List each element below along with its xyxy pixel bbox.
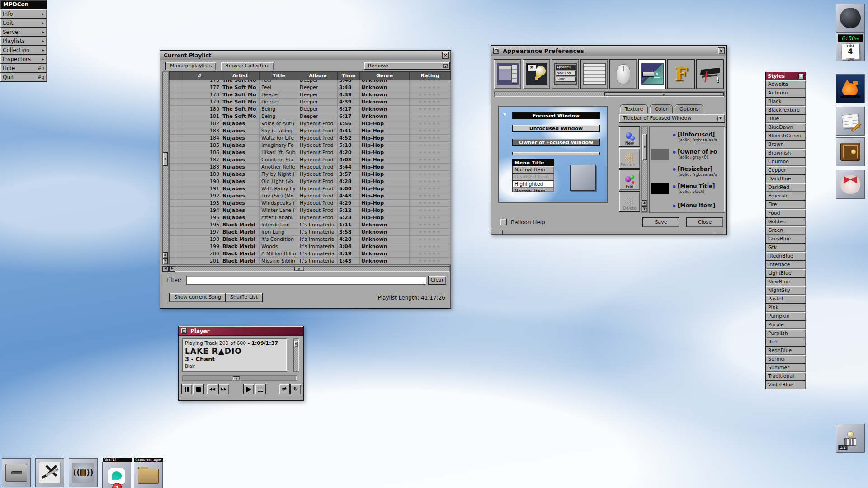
scroll-up-icon[interactable]: ▲ — [163, 252, 168, 258]
style-item[interactable]: Pastel — [765, 295, 806, 304]
playlist-vertical-scrollbar[interactable]: ▲ ▼ — [162, 71, 169, 265]
table-row[interactable]: 197 Black Marbl Iron Lung It's Immateria… — [170, 229, 451, 236]
stop-button[interactable] — [193, 384, 204, 394]
shuffle-button[interactable]: ⇄ — [279, 384, 290, 394]
captures-miniwindow[interactable]: Captures...ager — [134, 462, 163, 488]
tools-app-tile[interactable] — [35, 458, 64, 487]
rating-stars[interactable]: ★★★★★ — [410, 214, 451, 221]
seek-knob[interactable] — [233, 376, 240, 380]
preview-menu-title[interactable]: Menu Title — [512, 159, 554, 166]
module-focus-icon[interactable] — [523, 59, 550, 89]
table-row[interactable]: 195 Nujabes After Hanabi Hydeout Prod 5:… — [170, 214, 451, 221]
texture-entry[interactable]: [Unfocused] (solid, "rgb:aa/aa/a — [651, 128, 725, 145]
texture-entry[interactable]: [Owner of Fo (solid, gray40) — [651, 145, 725, 163]
rating-stars[interactable]: ★★★★★ — [410, 120, 451, 127]
style-item[interactable]: Green — [765, 226, 806, 235]
module-fonts-icon[interactable]: F — [667, 59, 695, 89]
volume-slider[interactable] — [293, 338, 299, 372]
table-row[interactable]: 193 Nujabes Windspeaks ( Hydeout Prod 4:… — [170, 200, 451, 207]
table-row[interactable]: 182 Nujabes Voice of Autu Hydeout Prod 1… — [170, 120, 451, 127]
next-button[interactable]: ▶▶ — [218, 384, 229, 394]
close-icon[interactable]: × — [718, 47, 725, 54]
seek-slider[interactable] — [182, 375, 297, 381]
rating-stars[interactable]: ★★★★★ — [410, 185, 451, 192]
menu-item[interactable]: Info ▸ — [0, 9, 47, 19]
horizontal-scroll-knob[interactable] — [294, 267, 304, 271]
table-row[interactable]: 200 Black Marbl A Million Billio It's Im… — [170, 250, 451, 258]
clear-filter-button[interactable]: Clear — [428, 276, 446, 285]
close-icon[interactable]: × — [442, 52, 449, 59]
scroll-up-icon[interactable]: ▲ — [642, 200, 647, 206]
table-row[interactable]: 179 The Soft Mo Deeper Deeper 4:39 Unkno… — [170, 99, 451, 106]
table-row[interactable]: 178 The Soft Mo Deeper Deeper 4:39 Unkno… — [170, 91, 451, 99]
style-item[interactable]: LightBlue — [765, 269, 806, 278]
style-item[interactable]: DarkRed — [765, 183, 806, 192]
playlist-toggle-button[interactable] — [255, 384, 266, 394]
table-row[interactable]: 187 Nujabes Counting Sta Hydeout Prod 4:… — [170, 156, 451, 164]
rating-stars[interactable]: ★★★★★ — [410, 200, 451, 206]
style-item[interactable]: Red — [765, 338, 806, 347]
rating-stars[interactable]: ★★★★★ — [410, 229, 451, 235]
module-workspace-icon[interactable] — [494, 59, 521, 89]
column-header-time[interactable]: Time — [338, 72, 360, 80]
close-icon[interactable]: × — [798, 74, 804, 79]
texture-scroll-knob[interactable] — [642, 134, 647, 160]
style-item[interactable]: Interlace — [765, 261, 806, 269]
rating-stars[interactable]: ★★★★★ — [410, 135, 451, 141]
tab[interactable]: Texture — [620, 104, 648, 113]
module-keyboard-icon[interactable] — [580, 59, 608, 89]
rating-stars[interactable]: ★★★★★ — [410, 178, 451, 185]
texture-action-button[interactable]: New — [619, 126, 640, 147]
table-row[interactable]: 177 The Soft Mo Feel Deeper 3:48 Unknown… — [170, 84, 451, 91]
style-item[interactable]: Fire — [765, 201, 806, 209]
rating-stars[interactable]: ★★★★★ — [410, 243, 451, 250]
table-row[interactable]: 199 Black Marbl Woods It's Immateria 3:0… — [170, 243, 451, 250]
balloon-help-checkbox[interactable] — [500, 219, 507, 225]
rating-stars[interactable]: ★★★★★ — [410, 207, 451, 214]
table-row[interactable]: 196 Black Marbl Interdiction It's Immate… — [170, 221, 451, 229]
style-item[interactable]: RednBlue — [765, 347, 806, 355]
dock-avatar-tile[interactable] — [836, 170, 865, 199]
style-item[interactable]: Chumbo — [765, 158, 806, 166]
menu-item[interactable]: Hide #h — [0, 64, 47, 73]
table-row[interactable]: 183 Nujabes Sky is falling Hydeout Prod … — [170, 127, 451, 135]
radio-app-tile[interactable]: (()) — [69, 458, 98, 487]
table-row[interactable]: 201 Black Marbl Missing Siblin It's Imma… — [170, 258, 451, 265]
dock-browser-tile[interactable] — [836, 74, 865, 103]
playlist-horizontal-scrollbar[interactable]: ◀ ▶ — [162, 266, 450, 272]
save-button[interactable]: Save — [642, 217, 679, 227]
preview-menu-item[interactable]: Highlighted — [512, 181, 554, 188]
preview-menu-item[interactable]: Normal Item — [512, 166, 554, 174]
style-item[interactable]: Brownish — [765, 149, 806, 158]
style-item[interactable]: Copper — [765, 166, 806, 175]
scroll-down-icon[interactable]: ▼ — [642, 206, 647, 212]
module-themes-icon[interactable] — [696, 59, 724, 89]
vertical-scroll-knob[interactable] — [163, 152, 168, 166]
tab[interactable]: Color — [650, 104, 673, 113]
texture-target-dropdown[interactable]: Titlebar of Focused Window ▼ — [619, 114, 725, 123]
texture-action-button[interactable]: Extract... — [619, 148, 640, 169]
style-item[interactable]: DarkBlue — [765, 175, 806, 183]
table-row[interactable]: 181 The Soft Mo Being Deeper 6:17 Unknow… — [170, 113, 451, 120]
filter-input[interactable] — [186, 276, 426, 285]
pause-button[interactable] — [181, 384, 192, 394]
table-row[interactable]: 189 Nujabes Fly by Night ( Hydeout Prod … — [170, 171, 451, 178]
menu-item[interactable]: Collection ▸ — [0, 46, 47, 55]
texture-entry[interactable]: [Menu Item] — [651, 197, 725, 213]
rating-stars[interactable]: ★★★★★ — [410, 142, 451, 149]
menu-item[interactable]: Edit ▸ — [0, 19, 47, 28]
preview-focused-titlebar[interactable]: Focused Window — [512, 112, 600, 119]
style-item[interactable]: Food — [765, 209, 806, 218]
tab[interactable]: Options — [675, 104, 703, 113]
style-item[interactable]: Brown — [765, 141, 806, 149]
style-item[interactable]: Golden — [765, 218, 806, 226]
texture-action-button[interactable]: Delete — [619, 191, 640, 212]
texture-list-scrollbar[interactable]: ▲ ▼ — [641, 126, 648, 213]
playlist-titlebar[interactable]: Current Playlist × — [160, 51, 450, 60]
style-item[interactable]: BlueDawn — [765, 123, 806, 132]
scroll-right-icon[interactable]: ▶ — [169, 266, 175, 272]
scroll-left-icon[interactable]: ◀ — [162, 266, 169, 272]
rating-stars[interactable]: ★★★★★ — [410, 221, 451, 228]
style-item[interactable]: GreyBlue — [765, 235, 806, 244]
rating-stars[interactable]: ★★★★★ — [410, 164, 451, 170]
